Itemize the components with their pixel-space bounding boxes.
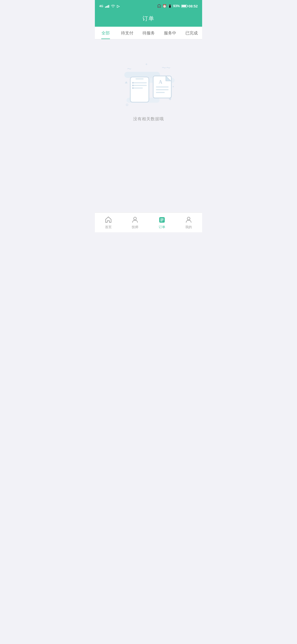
empty-text: 没有相关数据哦 (133, 116, 164, 122)
svg-rect-11 (156, 89, 169, 90)
svg-rect-3 (132, 85, 147, 86)
svg-rect-18 (160, 221, 163, 221)
status-right: 🎧 ⏰ 📳 93% 08:52 (157, 4, 198, 8)
deco-circle-right (173, 86, 174, 87)
svg-text:A: A (159, 79, 162, 85)
headphone-icon: 🎧 (157, 4, 161, 8)
sync-icon: ▷ (117, 4, 120, 8)
document-illustration: A (153, 74, 172, 99)
deco-triangle (125, 81, 128, 83)
svg-rect-2 (132, 82, 147, 83)
nav-label-technician: 技师 (132, 225, 138, 230)
svg-point-7 (132, 87, 134, 89)
svg-rect-4 (132, 88, 143, 89)
svg-rect-12 (156, 92, 165, 93)
status-bar: 4G ▷ 🎧 ⏰ 📳 93% 08:52 (95, 0, 202, 12)
nav-label-mine: 我的 (185, 225, 192, 230)
home-icon (105, 216, 112, 223)
tab-all[interactable]: 全部 (95, 27, 116, 39)
deco-circle-top (146, 64, 147, 65)
order-tab-bar: 全部 待支付 待服务 服务中 已完成 (95, 27, 202, 39)
status-left: 4G ▷ (99, 4, 120, 8)
mine-icon (185, 216, 193, 223)
empty-illustration: 〜 〜〜 (121, 61, 176, 111)
battery-icon (181, 5, 187, 8)
svg-point-6 (132, 84, 134, 86)
alarm-icon: ⏰ (163, 4, 167, 8)
order-icon (158, 216, 166, 223)
svg-rect-1 (136, 78, 144, 80)
time-display: 08:52 (189, 4, 198, 8)
svg-rect-10 (156, 86, 169, 88)
page-title: 订单 (142, 15, 155, 21)
page-header: 订单 (95, 12, 202, 27)
svg-rect-17 (160, 220, 164, 220)
battery-percent: 93% (173, 4, 180, 8)
deco-tilde-left: 〜 (127, 66, 131, 72)
deco-circle-bottom-left (126, 104, 128, 106)
nav-item-order[interactable]: 订单 (148, 214, 175, 232)
nav-item-mine[interactable]: 我的 (175, 214, 202, 232)
nav-label-home: 首页 (105, 225, 112, 230)
bottom-navigation: 首页 技师 订单 我的 (95, 212, 202, 232)
phone-illustration (129, 77, 150, 103)
deco-tilde-right: 〜〜 (162, 65, 170, 71)
svg-rect-0 (130, 77, 149, 102)
svg-point-19 (187, 217, 190, 220)
svg-point-14 (134, 217, 136, 220)
tab-pending-pay[interactable]: 待支付 (116, 27, 138, 39)
technician-icon (131, 216, 139, 223)
main-content: 〜 〜〜 (95, 39, 202, 212)
nav-label-order: 订单 (159, 225, 165, 230)
nav-item-home[interactable]: 首页 (95, 214, 122, 232)
svg-point-5 (132, 82, 134, 84)
nav-item-technician[interactable]: 技师 (122, 214, 149, 232)
tab-pending-service[interactable]: 待服务 (138, 27, 159, 39)
carrier-label: 4G (99, 4, 103, 8)
signal-icon (105, 4, 109, 8)
empty-state: 〜 〜〜 (121, 61, 176, 122)
svg-rect-16 (160, 219, 164, 219)
svg-rect-13 (108, 221, 109, 222)
wifi-icon (111, 4, 115, 8)
vibrate-icon: 📳 (168, 4, 172, 8)
tab-completed[interactable]: 已完成 (181, 27, 202, 39)
tab-in-service[interactable]: 服务中 (159, 27, 181, 39)
